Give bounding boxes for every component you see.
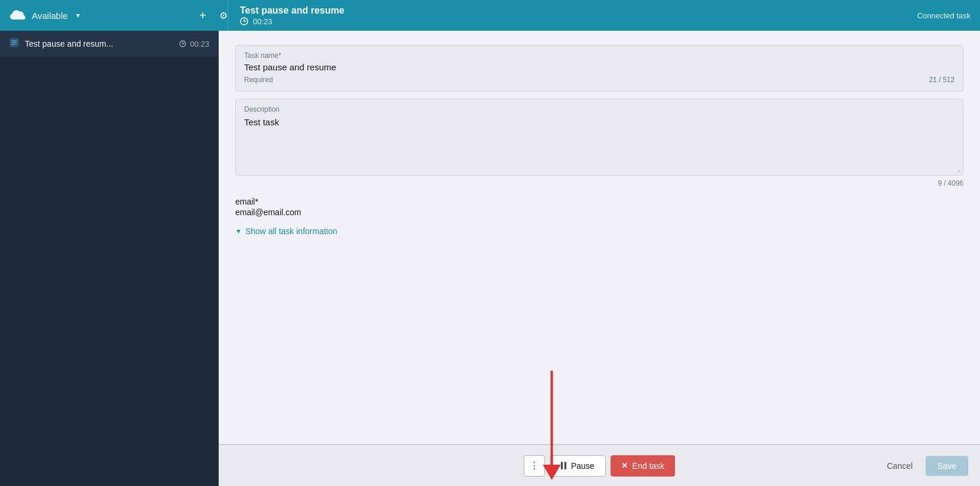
pause-bar-right bbox=[564, 462, 566, 469]
description-value: Test task bbox=[244, 117, 955, 127]
show-all-link[interactable]: Show all task information bbox=[245, 226, 338, 236]
sidebar-header: Available ▾ + ⚙ bbox=[9, 0, 228, 31]
header-task-info: Test pause and resume 00:23 bbox=[240, 5, 345, 26]
main-container: Test pause and resum... 00:23 Task name*… bbox=[0, 31, 980, 486]
status-label: Available bbox=[32, 11, 68, 21]
show-all-chevron-icon: ▼ bbox=[235, 228, 242, 235]
status-chevron-icon[interactable]: ▾ bbox=[76, 11, 80, 20]
end-task-label: End task bbox=[632, 461, 664, 471]
cancel-button[interactable]: Cancel bbox=[880, 458, 920, 474]
email-value: email@email.com bbox=[235, 208, 963, 217]
description-label: Description bbox=[244, 105, 955, 114]
task-icon bbox=[9, 38, 19, 50]
form-area: Task name* Test pause and resume Require… bbox=[219, 31, 980, 444]
task-name-required: Required bbox=[244, 76, 273, 84]
sidebar-task-item[interactable]: Test pause and resum... 00:23 bbox=[0, 31, 219, 57]
header-task-name: Test pause and resume bbox=[240, 5, 345, 16]
pause-icon bbox=[561, 462, 566, 469]
task-name-footer: Required 21 / 512 bbox=[244, 76, 955, 84]
connected-task-label: Connected task bbox=[917, 11, 971, 20]
top-header: Available ▾ + ⚙ Test pause and resume 00… bbox=[0, 0, 980, 31]
settings-icon[interactable]: ⚙ bbox=[219, 10, 228, 21]
header-main: Test pause and resume 00:23 Connected ta… bbox=[228, 5, 971, 26]
description-field[interactable]: Description Test task ⌟ bbox=[235, 99, 963, 176]
timer-clock-icon bbox=[240, 17, 250, 25]
header-timer: 00:23 bbox=[240, 17, 345, 26]
desc-count-row: 9 / 4096 bbox=[235, 178, 963, 187]
task-name-label: Task name* bbox=[244, 51, 955, 60]
action-bar: ⋮ Pause ✕ End task Cancel Save bbox=[219, 445, 980, 486]
sidebar-task-name: Test pause and resum... bbox=[25, 39, 173, 48]
save-button[interactable]: Save bbox=[926, 456, 968, 476]
content-panel: Task name* Test pause and resume Require… bbox=[219, 31, 980, 486]
header-timer-value: 00:23 bbox=[253, 17, 272, 26]
task-name-value: Test pause and resume bbox=[244, 62, 955, 72]
description-count: 9 / 4096 bbox=[938, 179, 963, 187]
add-button[interactable]: + bbox=[199, 9, 206, 22]
pause-button[interactable]: Pause bbox=[550, 455, 606, 477]
task-name-count: 21 / 512 bbox=[929, 76, 955, 84]
email-section: email* email@email.com bbox=[235, 197, 963, 217]
show-all-row[interactable]: ▼ Show all task information bbox=[235, 226, 963, 236]
sidebar: Test pause and resum... 00:23 bbox=[0, 31, 219, 486]
action-bar-right: Cancel Save bbox=[880, 456, 968, 476]
content-inner: Task name* Test pause and resume Require… bbox=[219, 31, 980, 486]
end-task-x-icon: ✕ bbox=[621, 461, 628, 470]
more-options-button[interactable]: ⋮ bbox=[524, 455, 545, 477]
task-name-field[interactable]: Task name* Test pause and resume Require… bbox=[235, 45, 963, 92]
pause-label: Pause bbox=[571, 461, 595, 471]
cloud-icon bbox=[9, 9, 26, 22]
sidebar-task-timer: 00:23 bbox=[179, 40, 209, 48]
end-task-button[interactable]: ✕ End task bbox=[611, 455, 675, 477]
pause-bar-left bbox=[561, 462, 563, 469]
resize-handle-icon: ⌟ bbox=[958, 166, 960, 173]
email-label: email* bbox=[235, 197, 963, 206]
